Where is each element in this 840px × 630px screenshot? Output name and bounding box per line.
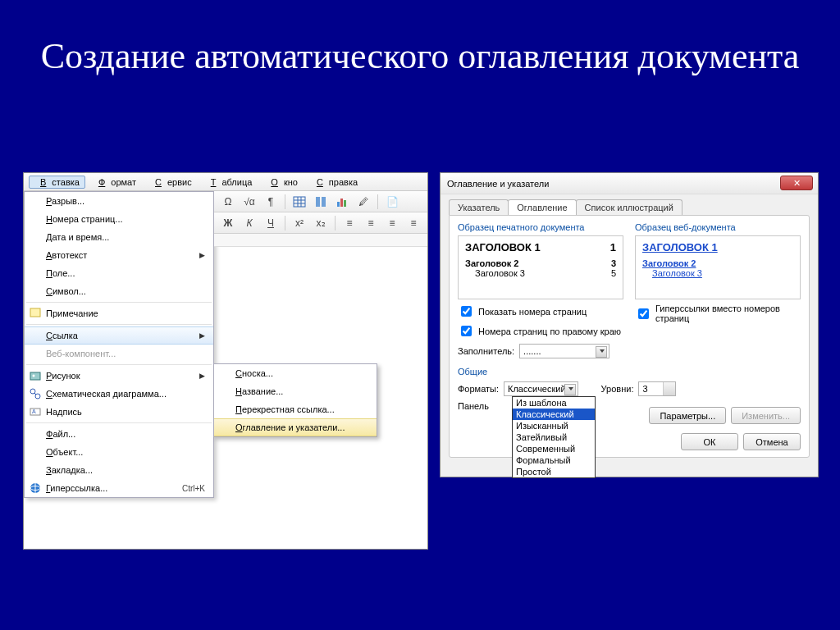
menu-item-icon — [25, 304, 46, 322]
svg-rect-19 — [340, 199, 343, 207]
levels-spinner[interactable]: 3 — [638, 381, 676, 396]
insert-menu-item[interactable]: Дата и время... — [25, 228, 213, 246]
align-justify-icon[interactable]: ≡ — [404, 215, 422, 231]
formats-option[interactable]: Затейливый — [513, 431, 595, 443]
superscript-icon[interactable]: x² — [290, 215, 308, 231]
ref-submenu-item[interactable]: Название... — [214, 382, 377, 400]
svg-rect-0 — [30, 308, 40, 317]
ref-submenu-item[interactable]: Перекрестная ссылка... — [214, 400, 377, 418]
toolbar-row-2: Ж К Ч x² x₂ ≡ ≡ ≡ ≡ — [214, 212, 427, 234]
menu-separator — [26, 302, 212, 303]
ref-submenu-item[interactable]: Сноска... — [214, 364, 377, 382]
toolbar-divider — [377, 194, 378, 209]
insert-menu-item[interactable]: Примечание — [25, 304, 213, 322]
menu-service[interactable]: Сервис — [144, 176, 198, 189]
submenu-item-label: Сноска... — [235, 368, 368, 378]
formats-option[interactable]: Из шаблона — [513, 397, 595, 409]
formats-label: Форматы: — [458, 384, 499, 394]
tab-illustrations[interactable]: Список иллюстраций — [576, 199, 682, 215]
menu-separator — [26, 364, 212, 365]
columns-icon[interactable] — [312, 194, 330, 210]
chk-show-pages[interactable]: Показать номера страниц — [458, 304, 623, 319]
ruler — [214, 234, 427, 247]
insert-menu-item[interactable]: Номера страниц... — [25, 210, 213, 228]
web-h2-link: Заголовок 2 — [642, 258, 793, 268]
subscript-icon[interactable]: x₂ — [312, 215, 330, 231]
toolbar-divider — [285, 216, 285, 231]
menu-table[interactable]: Таблица — [199, 176, 258, 189]
insert-menu-item[interactable]: AНадпись — [25, 403, 213, 421]
insert-menu-item[interactable]: Файл... — [25, 425, 213, 443]
menu-help[interactable]: Справка — [305, 176, 363, 189]
docmap-icon[interactable]: 📄 — [383, 194, 401, 210]
web-h3-link: Заголовок 3 — [642, 268, 793, 278]
underline-icon[interactable]: Ч — [262, 215, 280, 231]
filler-select[interactable]: ....... — [519, 344, 609, 358]
insert-menu-item[interactable]: Объект... — [25, 443, 213, 461]
insert-menu-item: Веб-компонент... — [25, 345, 213, 363]
menu-item-label: Автотекст — [46, 250, 199, 260]
menu-insert[interactable]: Вставка — [29, 176, 85, 189]
chk-right-align-box[interactable] — [461, 326, 472, 336]
insert-menu-item[interactable]: Гиперссылка...Ctrl+K — [25, 479, 213, 497]
chart-icon[interactable] — [333, 194, 351, 210]
insert-menu-item[interactable]: Символ... — [25, 282, 213, 300]
menu-item-icon — [25, 327, 46, 344]
insert-menu-item[interactable]: Рисунок▶ — [25, 367, 213, 385]
params-button[interactable]: Параметры... — [649, 407, 726, 424]
dialog-tabs: Указатель Оглавление Список иллюстраций — [449, 199, 818, 215]
menu-format[interactable]: Формат — [87, 176, 142, 189]
align-center-icon[interactable]: ≡ — [362, 215, 380, 231]
svg-rect-1 — [30, 372, 40, 380]
chk-right-align[interactable]: Номера страниц по правому краю — [458, 323, 623, 339]
insert-menu-item[interactable]: Ссылка▶ — [25, 326, 213, 345]
menu-item-label: Номера страниц... — [46, 214, 205, 224]
chk-show-pages-box[interactable] — [461, 306, 472, 317]
insert-menu-item[interactable]: Поле... — [25, 264, 213, 282]
italic-icon[interactable]: К — [240, 215, 258, 231]
menu-separator — [26, 422, 212, 423]
reference-submenu: Сноска...Название...Перекрестная ссылка.… — [213, 363, 377, 437]
chk-hyperlinks-box[interactable] — [638, 308, 649, 319]
paragraph-icon[interactable]: ¶ — [262, 194, 280, 210]
tab-toc[interactable]: Оглавление — [508, 199, 576, 215]
align-left-icon[interactable]: ≡ — [340, 215, 358, 231]
tab-index[interactable]: Указатель — [449, 199, 509, 215]
web-preview-box: ЗАГОЛОВОК 1 Заголовок 2 Заголовок 3 — [635, 235, 801, 299]
formats-option[interactable]: Изысканный — [513, 420, 595, 431]
ref-submenu-item[interactable]: Оглавление и указатели... — [214, 418, 377, 436]
submenu-arrow-icon: ▶ — [199, 372, 205, 380]
menu-item-label: Ссылка — [46, 331, 199, 340]
menu-item-icon — [25, 210, 46, 228]
submenu-item-label: Перекрестная ссылка... — [235, 404, 368, 414]
formats-option[interactable]: Классический — [513, 409, 595, 420]
table-icon[interactable] — [290, 194, 308, 210]
insert-menu-item[interactable]: Закладка... — [25, 461, 213, 479]
formats-option[interactable]: Простой — [513, 466, 595, 477]
cancel-button[interactable]: Отмена — [743, 433, 801, 450]
omega-icon[interactable]: Ω — [219, 194, 237, 210]
formats-select[interactable]: Классический — [504, 381, 578, 396]
slide-title: Создание автоматического оглавления доку… — [0, 0, 840, 80]
ok-button[interactable]: ОК — [681, 433, 738, 450]
toolbar-row-1: Ω √α ¶ 🖉 📄 — [214, 191, 427, 212]
menu-window[interactable]: Окно — [259, 176, 304, 189]
bold-icon[interactable]: Ж — [219, 215, 237, 231]
formats-option[interactable]: Формальный — [513, 454, 595, 466]
menu-item-icon — [25, 282, 46, 300]
close-button[interactable]: ✕ — [780, 176, 813, 190]
menu-item-icon — [25, 246, 46, 264]
menu-item-icon — [25, 345, 46, 363]
sqrt-icon[interactable]: √α — [240, 194, 258, 210]
menu-item-icon — [25, 425, 46, 443]
insert-menu-item[interactable]: Автотекст▶ — [25, 246, 213, 264]
drawing-icon[interactable]: 🖉 — [354, 194, 372, 210]
formats-option[interactable]: Современный — [513, 443, 595, 454]
menu-separator — [26, 324, 212, 325]
modify-button[interactable]: Изменить... — [731, 407, 801, 424]
align-right-icon[interactable]: ≡ — [383, 215, 401, 231]
insert-menu-item[interactable]: Схематическая диаграмма... — [25, 385, 213, 403]
insert-menu-item[interactable]: Разрыв... — [25, 192, 213, 210]
chk-hyperlinks[interactable]: Гиперссылки вместо номеров страниц — [635, 304, 801, 323]
menu-item-icon — [25, 461, 46, 479]
